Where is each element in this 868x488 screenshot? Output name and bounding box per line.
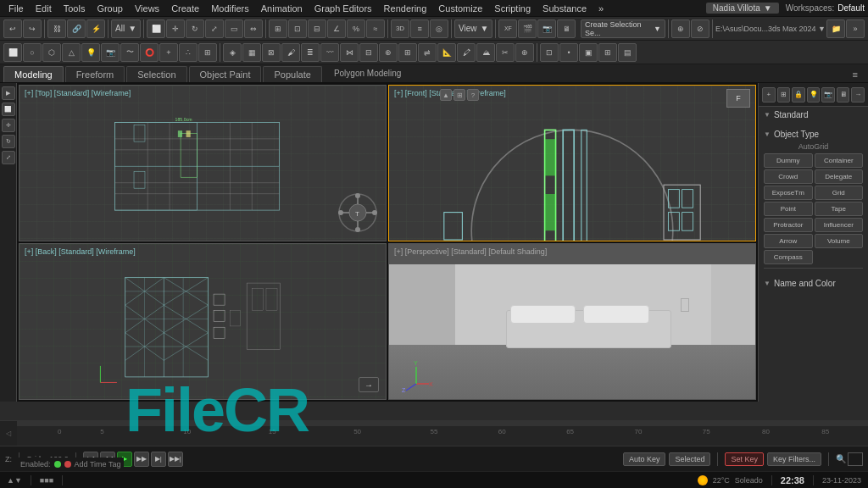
menu-views[interactable]: Views — [130, 2, 164, 15]
align-btn[interactable]: ⊟ — [359, 43, 378, 62]
volume-btn[interactable]: Volume — [815, 234, 864, 248]
filter-dropdown[interactable]: All ▼ — [111, 19, 141, 38]
vp-front-icon3[interactable]: ? — [467, 89, 479, 101]
menu-group[interactable]: Group — [92, 2, 128, 15]
lm-scale-btn[interactable]: ⤢ — [2, 151, 15, 164]
snap-btn[interactable]: ⊞ — [269, 19, 287, 38]
user-dropdown-icon[interactable]: ▼ — [764, 3, 772, 13]
attach-btn[interactable]: ⋈ — [340, 43, 359, 62]
ribbon-btn[interactable]: ≣ — [301, 43, 320, 62]
vp-front-icon2[interactable]: ⊞ — [453, 89, 465, 101]
rp-render-btn[interactable]: 🖥 — [837, 87, 850, 103]
render3-btn[interactable]: 🖥 — [557, 19, 576, 38]
keyfilters-btn[interactable]: Key Filters... — [767, 452, 821, 466]
rp-arrow-btn[interactable]: → — [851, 87, 865, 103]
rp-scene-btn[interactable]: ⊞ — [777, 87, 791, 103]
3d-snap-btn[interactable]: 3D — [391, 19, 409, 38]
tab-selection[interactable]: Selection — [126, 66, 186, 82]
next-key-btn[interactable]: ▶▶ — [134, 452, 149, 467]
mirror-btn[interactable]: ⇔ — [244, 19, 263, 38]
delegate-btn[interactable]: Delegate — [815, 169, 864, 184]
bind-btn[interactable]: ⚡ — [86, 19, 105, 38]
slice-btn[interactable]: ✂ — [496, 43, 515, 62]
nav-widget-top[interactable]: T — [337, 191, 379, 234]
viewport-top[interactable]: [+] [Top] [Standard] [Wireframe] — [19, 85, 387, 241]
undo-btn[interactable]: ↩ — [3, 19, 22, 38]
snap2-btn[interactable]: ⊡ — [288, 19, 307, 38]
angle-snap-btn[interactable]: ∠ — [327, 19, 346, 38]
menu-animation[interactable]: Animation — [256, 2, 308, 15]
cone-btn[interactable]: △ — [62, 43, 81, 62]
search-input[interactable] — [848, 452, 863, 466]
rp-standard-header[interactable]: ▼ Standard — [764, 110, 863, 119]
menu-tools[interactable]: Tools — [58, 2, 91, 15]
vert-btn[interactable]: • — [559, 43, 578, 62]
scale-btn[interactable]: ⤢ — [205, 19, 224, 38]
elem-btn[interactable]: ⊞ — [598, 43, 617, 62]
container-btn[interactable]: Container — [815, 153, 864, 168]
mirror2-btn[interactable]: ⇌ — [418, 43, 437, 62]
wire-btn[interactable]: ⊘ — [691, 19, 709, 38]
menu-substance[interactable]: Substance — [537, 2, 592, 15]
dummy-btn[interactable]: Dummy — [764, 153, 813, 168]
end-btn[interactable]: ▶▶| — [168, 452, 183, 467]
unwrap-btn[interactable]: ⊠ — [262, 43, 281, 62]
snap3-btn[interactable]: ⊟ — [308, 19, 326, 38]
tab-object-paint[interactable]: Object Paint — [189, 66, 262, 82]
insert-btn[interactable]: ⊕ — [515, 43, 534, 62]
setkey-btn[interactable]: Set Key — [725, 452, 764, 466]
timeline-numbers[interactable]: 0 5 10 15 50 55 60 65 70 75 80 85 — [17, 421, 868, 446]
layer-btn[interactable]: ≡ — [410, 19, 429, 38]
rp-lock-btn[interactable]: 🔒 — [792, 87, 805, 103]
tab-modeling[interactable]: Modeling — [3, 66, 64, 82]
rp-namecolor-header[interactable]: ▼ Name and Color — [764, 279, 863, 288]
browse-btn[interactable]: 📁 — [826, 19, 845, 38]
point-btn[interactable]: Point — [764, 202, 813, 216]
link-btn[interactable]: ⛓ — [47, 19, 66, 38]
lm-move-btn[interactable]: ✛ — [2, 119, 15, 132]
rp-bulb-btn[interactable]: 💡 — [807, 87, 821, 103]
spinner-snap-btn[interactable]: ≈ — [366, 19, 385, 38]
curve-btn[interactable]: 〰 — [320, 43, 339, 62]
helper-btn[interactable]: + — [159, 43, 178, 62]
arrow-btn[interactable]: Arrow — [764, 234, 813, 248]
next-frame-btn[interactable]: ▶| — [151, 452, 166, 467]
menu-more[interactable]: » — [593, 2, 609, 15]
menu-customize[interactable]: Customize — [433, 2, 487, 15]
light-btn[interactable]: 💡 — [81, 43, 100, 62]
isolate-btn[interactable]: ◎ — [430, 19, 448, 38]
vp-front-icon1[interactable]: ▲ — [440, 89, 452, 101]
paint2-btn[interactable]: 🖍 — [457, 43, 476, 62]
sphere-btn[interactable]: ○ — [23, 43, 42, 62]
xform-btn[interactable]: XF — [498, 19, 517, 38]
menu-scripting[interactable]: Scripting — [489, 2, 536, 15]
tape-btn[interactable]: Tape — [815, 202, 864, 216]
back-nav-btn[interactable]: → — [359, 377, 379, 392]
move-btn[interactable]: ✛ — [166, 19, 185, 38]
shape-btn[interactable]: ⭕ — [140, 43, 159, 62]
mat-btn[interactable]: ◈ — [223, 43, 242, 62]
exposetm-btn[interactable]: ExposeTm — [764, 186, 813, 200]
boolean-btn[interactable]: ⊕ — [379, 43, 398, 62]
measure-btn[interactable]: 📐 — [437, 43, 456, 62]
tex-btn[interactable]: ▦ — [242, 43, 261, 62]
grid-btn[interactable]: Grid — [815, 186, 864, 200]
crowd-btn[interactable]: Crowd — [764, 169, 813, 184]
menu-create[interactable]: Create — [166, 2, 204, 15]
tab-freeform[interactable]: Freeform — [65, 66, 125, 82]
lm-play-btn[interactable]: ▶ — [2, 86, 15, 100]
menu-modifiers[interactable]: Modifiers — [206, 2, 254, 15]
cam-btn[interactable]: 📷 — [101, 43, 120, 62]
user-badge[interactable]: Nadia Villota ▼ — [706, 3, 779, 14]
menu-rendering[interactable]: Rendering — [379, 2, 432, 15]
autokey-btn[interactable]: Auto Key — [623, 452, 666, 466]
menu-graph-editors[interactable]: Graph Editors — [309, 2, 377, 15]
cyl-btn[interactable]: ⬡ — [42, 43, 61, 62]
menu-file[interactable]: File — [3, 2, 29, 15]
face-btn[interactable]: ▣ — [579, 43, 598, 62]
view-dropdown[interactable]: View ▼ — [454, 19, 492, 38]
nurbs-btn[interactable]: 〜 — [120, 43, 139, 62]
influencer-btn[interactable]: Influencer — [815, 218, 864, 232]
select-btn[interactable]: ⬜ — [147, 19, 165, 38]
filter2-btn[interactable]: ⊕ — [671, 19, 690, 38]
